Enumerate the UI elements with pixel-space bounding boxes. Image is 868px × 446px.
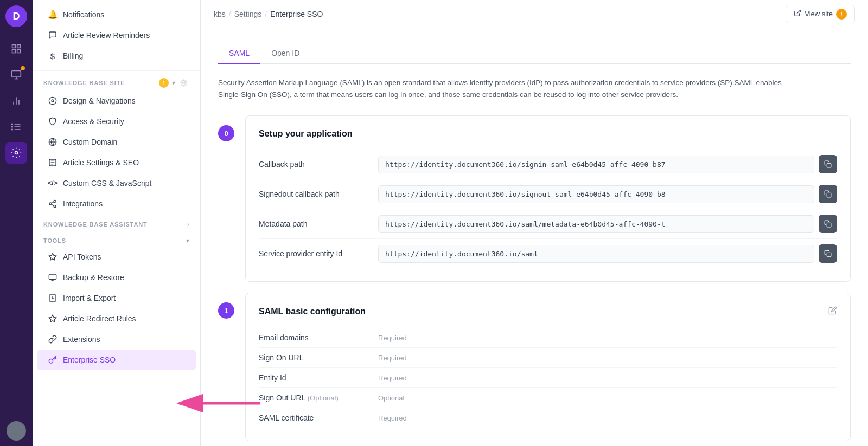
- email-domains-label: Email domains: [259, 333, 378, 342]
- tab-bar: SAML Open ID: [218, 43, 851, 64]
- notification-dot: [21, 66, 25, 70]
- svg-rect-3: [17, 50, 21, 53]
- saml-certificate-label: SAML certificate: [259, 413, 378, 422]
- saml-certificate-status: Required: [378, 414, 837, 422]
- backup-icon: [48, 273, 58, 282]
- sidebar: 🔔 Notifications Article Review Reminders…: [33, 0, 201, 446]
- topbar: kbs / Settings / Enterprise SSO View sit…: [201, 0, 868, 28]
- sidebar-item-redirect-rules[interactable]: Article Redirect Rules: [37, 308, 196, 329]
- svg-point-20: [52, 100, 54, 102]
- sidebar-item-notifications[interactable]: 🔔 Notifications: [37, 4, 196, 25]
- callback-label: Callback path: [259, 160, 378, 169]
- kbs-globe-icon[interactable]: [178, 77, 189, 88]
- saml-description: Security Assertion Markup Language (SAML…: [218, 77, 793, 100]
- entity-id-label: Entity Id: [259, 373, 378, 382]
- step-0-section: 0 Setup your application Callback path h…: [218, 115, 851, 282]
- tab-openid[interactable]: Open ID: [260, 43, 310, 64]
- sidebar-item-article-review[interactable]: Article Review Reminders: [37, 25, 196, 46]
- svg-point-16: [15, 152, 18, 154]
- svg-rect-0: [12, 45, 16, 48]
- sidebar-item-custom-css[interactable]: </> Custom CSS & JavaScript: [37, 173, 196, 193]
- svg-line-30: [52, 204, 54, 206]
- metadata-input: https://identity.document360.io/saml/met…: [378, 215, 814, 233]
- svg-marker-38: [49, 315, 56, 322]
- sidebar-item-custom-domain[interactable]: Custom Domain: [37, 132, 196, 152]
- extensions-icon: [48, 334, 58, 344]
- sign-out-url-label: Sign Out URL (Optional): [259, 393, 378, 402]
- assistant-section-label: KNOWLEDGE BASE ASSISTANT: [43, 221, 148, 228]
- nav-settings-icon[interactable]: [5, 142, 27, 164]
- sidebar-item-import-export[interactable]: Import & Export: [37, 288, 196, 308]
- sidebar-item-backup-restore[interactable]: Backup & Restore: [37, 267, 196, 288]
- sidebar-item-article-settings[interactable]: Article Settings & SEO: [37, 152, 196, 173]
- svg-point-19: [49, 97, 56, 104]
- step-0-card: Setup your application Callback path htt…: [245, 115, 851, 282]
- icon-bar: D: [0, 0, 33, 446]
- sso-key-icon: [48, 355, 58, 365]
- sidebar-item-api-tokens[interactable]: API Tokens: [37, 247, 196, 267]
- sidebar-item-integrations[interactable]: Integrations: [37, 193, 196, 214]
- signedout-label: Signedout callback path: [259, 190, 378, 198]
- shield-icon: [48, 117, 58, 126]
- callback-input: https://identity.document360.io/signin-s…: [378, 156, 814, 173]
- sidebar-item-enterprise-sso[interactable]: Enterprise SSO: [37, 350, 196, 370]
- assistant-chevron-icon[interactable]: ›: [187, 221, 189, 228]
- svg-rect-43: [827, 253, 831, 257]
- article-review-icon: [48, 30, 58, 40]
- signedout-copy-button[interactable]: [819, 185, 837, 203]
- metadata-label: Metadata path: [259, 219, 378, 228]
- nav-analytics-icon[interactable]: [5, 90, 27, 112]
- metadata-value: https://identity.document360.io/saml/met…: [378, 215, 837, 233]
- nav-list-icon[interactable]: [5, 116, 27, 138]
- service-provider-copy-button[interactable]: [819, 244, 837, 263]
- signedout-value: https://identity.document360.io/signout-…: [378, 185, 837, 203]
- email-domains-status: Required: [378, 334, 837, 342]
- field-row-entity-id: Entity Id Required: [259, 368, 837, 388]
- domain-icon: [48, 137, 58, 147]
- svg-rect-40: [827, 163, 831, 167]
- callback-value: https://identity.document360.io/signin-s…: [378, 155, 837, 173]
- tab-saml[interactable]: SAML: [218, 43, 260, 64]
- nav-monitor-icon[interactable]: [5, 64, 27, 86]
- step-1-section: 1 SAML basic configuration Email domains…: [218, 293, 851, 441]
- step-1-card: SAML basic configuration Email domains R…: [245, 293, 851, 441]
- svg-rect-33: [49, 274, 56, 279]
- arrow-indicator: [168, 390, 266, 419]
- nav-library-icon[interactable]: [5, 38, 27, 60]
- edit-config-icon[interactable]: [828, 306, 837, 317]
- signedout-input: https://identity.document360.io/signout-…: [378, 185, 814, 203]
- billing-icon: $: [48, 51, 58, 61]
- notifications-icon: 🔔: [48, 10, 58, 20]
- svg-point-14: [12, 126, 13, 127]
- breadcrumb: kbs / Settings / Enterprise SSO: [214, 10, 323, 18]
- sidebar-item-extensions[interactable]: Extensions: [37, 329, 196, 350]
- svg-line-31: [52, 202, 54, 203]
- api-icon: [48, 252, 58, 262]
- tools-section-label: TOOLS: [43, 237, 66, 244]
- page-title: Enterprise SSO: [270, 10, 323, 18]
- user-avatar[interactable]: [7, 421, 26, 441]
- kbs-chevron-icon[interactable]: ▾: [172, 79, 175, 87]
- sign-out-url-status: Optional: [378, 394, 837, 402]
- field-row-sign-on-url: Sign On URL Required: [259, 348, 837, 368]
- sign-on-url-label: Sign On URL: [259, 353, 378, 362]
- svg-line-39: [797, 10, 800, 14]
- view-site-button[interactable]: View site !: [786, 5, 855, 23]
- sidebar-item-billing[interactable]: $ Billing: [37, 46, 196, 66]
- metadata-copy-button[interactable]: [819, 215, 837, 233]
- svg-point-15: [12, 129, 13, 130]
- integrations-icon: [48, 199, 58, 209]
- sidebar-item-design[interactable]: Design & Navigations: [37, 91, 196, 111]
- content-area: SAML Open ID Security Assertion Markup L…: [201, 28, 868, 446]
- sign-on-url-status: Required: [378, 354, 837, 362]
- css-icon: </>: [48, 178, 58, 188]
- app-logo[interactable]: D: [5, 5, 27, 27]
- callback-copy-button[interactable]: [819, 155, 837, 173]
- service-provider-value: https://identity.document360.io/saml: [378, 244, 837, 263]
- sidebar-item-access-security[interactable]: Access & Security: [37, 111, 196, 132]
- entity-id-status: Required: [378, 374, 837, 382]
- field-row-signedout: Signedout callback path https://identity…: [259, 179, 837, 209]
- tools-chevron-icon[interactable]: ▾: [186, 237, 189, 244]
- svg-rect-42: [827, 223, 831, 227]
- svg-rect-2: [12, 50, 16, 53]
